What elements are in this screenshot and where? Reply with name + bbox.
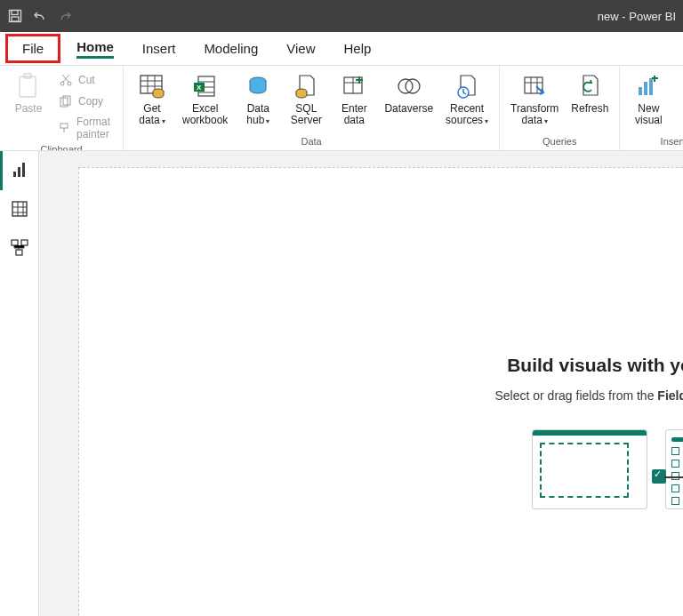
recent-sources-button[interactable]: Recent sources▾ [442, 69, 492, 126]
placeholder-illustration: ↖ [444, 429, 683, 509]
chevron-down-icon: ▾ [162, 117, 165, 125]
copy-button: Copy [55, 92, 116, 110]
redo-icon[interactable] [57, 8, 73, 24]
copy-label: Copy [78, 95, 103, 108]
chevron-down-icon: ▾ [485, 117, 488, 125]
enter-data-button[interactable]: Enter data [333, 69, 375, 126]
get-data-icon [139, 73, 165, 100]
dataverse-label: Dataverse [384, 103, 433, 115]
svg-rect-3 [20, 76, 36, 97]
paste-button: Paste [7, 69, 50, 115]
clipboard-group-label: Clipboard [7, 142, 116, 151]
svg-text:X: X [197, 84, 202, 92]
new-visual-icon [635, 73, 662, 100]
excel-icon: X [192, 73, 219, 100]
tab-home[interactable]: Home [62, 32, 128, 65]
refresh-icon [576, 73, 603, 100]
text-box-button[interactable]: A Text box [675, 69, 683, 126]
save-icon[interactable] [7, 8, 23, 24]
sql-server-label: SQL Server [291, 103, 322, 126]
ribbon-group-queries: Transform data▾ Refresh Queries [500, 66, 620, 150]
ribbon-group-clipboard: Paste Cut Copy Format painter Clipboard [0, 66, 124, 150]
tab-insert-label: Insert [142, 41, 176, 56]
placeholder-heading: Build visuals with your data [444, 355, 683, 376]
svg-rect-2 [12, 17, 19, 21]
tab-file[interactable]: File [5, 34, 60, 63]
queries-group-label: Queries [507, 134, 612, 150]
svg-rect-1 [12, 11, 18, 15]
format-painter-label: Format painter [76, 116, 112, 140]
svg-rect-9 [60, 124, 68, 128]
svg-rect-31 [12, 240, 18, 245]
recent-sources-icon [454, 73, 480, 100]
clipboard-icon [15, 73, 42, 100]
svg-point-6 [68, 82, 71, 85]
sql-server-button[interactable]: SQL Server [285, 69, 327, 126]
svg-rect-30 [12, 202, 27, 216]
rail-data-view[interactable] [0, 190, 38, 229]
transform-data-label: Transform data▾ [510, 103, 558, 126]
quick-access-toolbar [7, 8, 73, 24]
svg-rect-29 [22, 163, 25, 177]
report-page[interactable]: Build visuals with your data Select or d… [78, 167, 683, 616]
transform-data-icon [521, 73, 548, 100]
window-title: new - Power BI [598, 10, 676, 23]
menu-tab-strip: File Home Insert Modeling View Help [0, 32, 683, 66]
clipboard-small-items: Cut Copy Format painter [55, 69, 116, 142]
tab-home-label: Home [76, 39, 114, 59]
report-view-icon [12, 161, 29, 181]
svg-rect-24 [649, 78, 653, 95]
excel-workbook-button[interactable]: X Excel workbook [179, 69, 231, 126]
get-data-button[interactable]: Get data▾ [131, 69, 173, 126]
model-view-icon [11, 239, 28, 260]
rail-model-view[interactable] [0, 229, 38, 268]
get-data-label: Get data▾ [139, 103, 165, 126]
svg-rect-27 [13, 172, 16, 177]
report-canvas-area: Build visuals with your data Select or d… [39, 151, 683, 616]
chevron-down-icon: ▾ [266, 117, 269, 125]
illustration-fields-panel-icon [665, 429, 683, 509]
ribbon-group-data: Get data▾ X Excel workbook Data hub▾ SQL… [124, 66, 500, 150]
cut-label: Cut [78, 74, 95, 86]
format-painter-button: Format painter [55, 114, 116, 142]
left-rail [0, 151, 39, 616]
new-visual-button[interactable]: New visual [627, 69, 670, 126]
cut-button: Cut [55, 71, 116, 89]
illustration-canvas-icon: ↖ [532, 429, 647, 509]
svg-rect-28 [18, 167, 20, 177]
rail-report-view[interactable] [0, 151, 38, 190]
undo-icon[interactable] [32, 8, 48, 24]
transform-data-button[interactable]: Transform data▾ [507, 69, 562, 126]
titlebar: new - Power BI [0, 0, 683, 32]
data-hub-icon [245, 73, 271, 100]
dataverse-button[interactable]: Dataverse [381, 69, 437, 115]
tab-help[interactable]: Help [330, 32, 386, 65]
refresh-label: Refresh [571, 103, 608, 115]
refresh-button[interactable]: Refresh [567, 69, 612, 115]
insert-group-label: Insert [627, 134, 683, 150]
paintbrush-icon [59, 121, 71, 135]
svg-rect-22 [639, 87, 642, 95]
ribbon: Paste Cut Copy Format painter Clipboard [0, 66, 683, 151]
dataverse-icon [396, 73, 422, 100]
tab-modeling[interactable]: Modeling [189, 32, 272, 65]
enter-data-icon [341, 73, 367, 100]
new-visual-label: New visual [635, 103, 663, 126]
tab-file-label: File [22, 41, 44, 56]
data-group-label: Data [131, 134, 492, 150]
scissors-icon [59, 73, 73, 87]
placeholder-subtext: Select or drag fields from the Fields pa… [444, 388, 683, 403]
arrow-icon [664, 476, 683, 478]
data-hub-label: Data hub▾ [246, 103, 269, 126]
svg-rect-32 [21, 240, 28, 245]
recent-sources-label: Recent sources▾ [446, 103, 488, 126]
svg-rect-33 [16, 250, 22, 255]
svg-rect-23 [644, 82, 647, 95]
data-hub-button[interactable]: Data hub▾ [237, 69, 279, 126]
ribbon-group-insert: New visual A Text box Insert [620, 66, 683, 150]
data-view-icon [11, 200, 28, 220]
chevron-down-icon: ▾ [544, 117, 548, 125]
tab-insert[interactable]: Insert [128, 32, 190, 65]
excel-workbook-label: Excel workbook [182, 103, 228, 126]
tab-view[interactable]: View [272, 32, 329, 65]
